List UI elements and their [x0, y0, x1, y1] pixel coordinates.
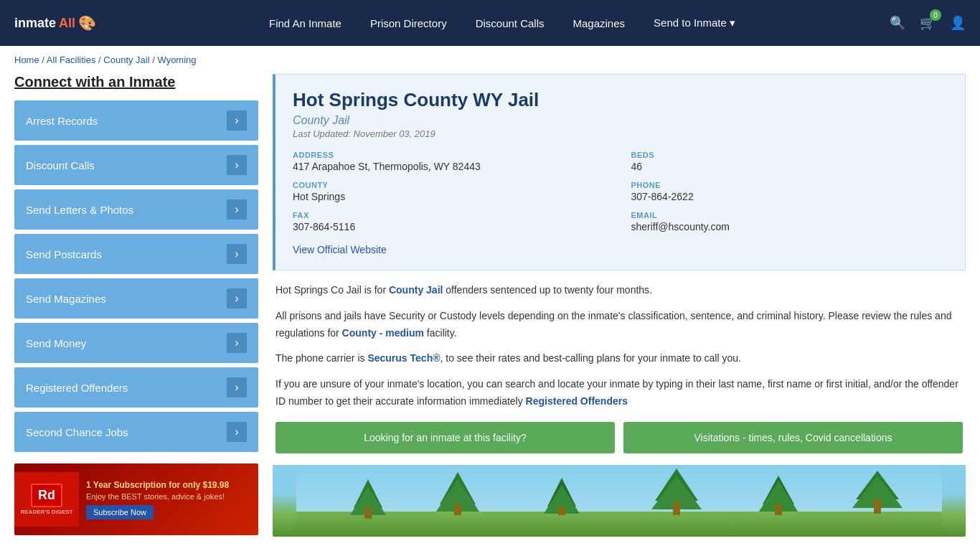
- nav-discount-calls[interactable]: Discount Calls: [476, 17, 545, 29]
- ad-text: 1 Year Subscription for only $19.98 Enjo…: [86, 479, 251, 502]
- facility-name: Hot Springs County WY Jail: [293, 89, 948, 111]
- sidebar-item-send-letters[interactable]: Send Letters & Photos ›: [14, 189, 258, 230]
- sidebar-arrow-send-magazines: ›: [227, 288, 247, 309]
- breadcrumb-all-facilities[interactable]: All Facilities: [47, 55, 96, 65]
- phone-value: 307-864-2622: [631, 191, 948, 202]
- sidebar-label-send-letters: Send Letters & Photos: [26, 204, 133, 216]
- header-icons: 🔍 🛒 0 👤: [890, 15, 966, 31]
- sidebar-arrow-send-postcards: ›: [227, 244, 247, 264]
- logo-all: All: [59, 16, 75, 31]
- svg-rect-4: [364, 508, 372, 519]
- ad-content: 1 Year Subscription for only $19.98 Enjo…: [79, 472, 258, 527]
- email-value: sheriff@hscounty.com: [631, 221, 948, 232]
- action-buttons: Looking for an inmate at this facility? …: [275, 422, 963, 453]
- nav-magazines[interactable]: Magazines: [573, 17, 626, 29]
- facility-card: Hot Springs County WY Jail County Jail L…: [273, 74, 966, 270]
- sidebar-label-discount-calls: Discount Calls: [26, 159, 95, 171]
- facility-fax-block: FAX 307-864-5116: [293, 211, 610, 232]
- sidebar-label-arrest-records: Arrest Records: [26, 115, 98, 127]
- breadcrumb: Home / All Facilities / County Jail / Wy…: [0, 46, 980, 74]
- visitations-button[interactable]: Visitations - times, rules, Covid cancel…: [623, 422, 963, 453]
- svg-rect-16: [775, 504, 782, 515]
- securus-link[interactable]: Securus Tech®: [367, 352, 440, 364]
- nav-send-to-inmate[interactable]: Send to Inmate ▾: [654, 17, 735, 29]
- sidebar-item-discount-calls[interactable]: Discount Calls ›: [14, 145, 258, 185]
- ad-brand: READER'S DIGEST: [20, 509, 72, 515]
- sidebar-label-send-postcards: Send Postcards: [26, 248, 102, 260]
- nav-find-inmate[interactable]: Find An Inmate: [269, 17, 341, 29]
- beds-label: BEDS: [631, 151, 948, 159]
- sidebar-arrow-arrest-records: ›: [227, 110, 247, 131]
- sidebar-arrow-discount-calls: ›: [227, 155, 247, 175]
- county-jail-link-1[interactable]: County Jail: [389, 284, 443, 296]
- email-label: EMAIL: [631, 211, 948, 220]
- desc-paragraph-3: The phone carrier is Securus Tech®, to s…: [275, 350, 963, 367]
- sidebar-arrow-registered-offenders: ›: [227, 377, 247, 397]
- sidebar: Connect with an Inmate Arrest Records › …: [14, 74, 258, 537]
- main-nav: Find An Inmate Prison Directory Discount…: [136, 17, 868, 29]
- facility-content: Hot Springs County WY Jail County Jail L…: [273, 74, 966, 537]
- sidebar-arrow-send-letters: ›: [227, 199, 247, 220]
- fax-label: FAX: [293, 211, 610, 220]
- address-value: 417 Arapahoe St, Thermopolis, WY 82443: [293, 161, 610, 172]
- facility-phone-block: PHONE 307-864-2622: [631, 181, 948, 202]
- breadcrumb-county-jail[interactable]: County Jail: [103, 55, 149, 65]
- facility-info-grid: ADDRESS 417 Arapahoe St, Thermopolis, WY…: [293, 151, 948, 232]
- facility-address-block: ADDRESS 417 Arapahoe St, Thermopolis, WY…: [293, 151, 610, 172]
- sidebar-item-send-money[interactable]: Send Money ›: [14, 323, 258, 363]
- county-value: Hot Springs: [293, 191, 610, 202]
- beds-value: 46: [631, 161, 948, 172]
- sidebar-arrow-second-chance-jobs: ›: [227, 422, 247, 442]
- facility-last-updated: Last Updated: November 03, 2019: [293, 128, 948, 139]
- cart-badge: 0: [930, 9, 941, 21]
- cart-icon[interactable]: 🛒 0: [920, 15, 936, 31]
- svg-rect-19: [874, 499, 881, 514]
- sidebar-item-send-postcards[interactable]: Send Postcards ›: [14, 234, 258, 274]
- logo-inmate: inmate: [14, 16, 56, 31]
- registered-offenders-link[interactable]: Registered Offenders: [526, 395, 628, 407]
- connect-title: Connect with an Inmate: [14, 74, 258, 90]
- sidebar-item-send-magazines[interactable]: Send Magazines ›: [14, 278, 258, 319]
- facility-email-block: EMAIL sheriff@hscounty.com: [631, 211, 948, 232]
- county-medium-link[interactable]: County - medium: [342, 327, 424, 339]
- desc-paragraph-4: If you are unsure of your inmate's locat…: [275, 376, 963, 410]
- sidebar-item-registered-offenders[interactable]: Registered Offenders ›: [14, 367, 258, 408]
- svg-rect-1: [296, 512, 942, 537]
- facility-beds-block: BEDS 46: [631, 151, 948, 172]
- breadcrumb-wyoming[interactable]: Wyoming: [157, 55, 196, 65]
- phone-label: PHONE: [631, 181, 948, 189]
- facility-image: [273, 465, 966, 537]
- main-container: Connect with an Inmate Arrest Records › …: [0, 74, 980, 551]
- facility-county-block: COUNTY Hot Springs: [293, 181, 610, 202]
- view-website-link[interactable]: View Official Website: [293, 244, 387, 255]
- desc-paragraph-1: Hot Springs Co Jail is for County Jail o…: [275, 282, 963, 299]
- svg-rect-7: [454, 504, 461, 515]
- address-label: ADDRESS: [293, 151, 610, 159]
- user-icon[interactable]: 👤: [950, 15, 966, 31]
- desc-paragraph-2: All prisons and jails have Security or C…: [275, 308, 963, 342]
- ad-banner[interactable]: Rd READER'S DIGEST 1 Year Subscription f…: [14, 463, 258, 535]
- nav-prison-directory[interactable]: Prison Directory: [370, 17, 447, 29]
- sidebar-item-arrest-records[interactable]: Arrest Records ›: [14, 100, 258, 141]
- svg-rect-13: [673, 502, 680, 515]
- site-logo[interactable]: inmate All 🎨: [14, 14, 115, 32]
- sidebar-label-registered-offenders: Registered Offenders: [26, 382, 128, 394]
- sidebar-item-second-chance-jobs[interactable]: Second Chance Jobs ›: [14, 412, 258, 452]
- sidebar-label-send-money: Send Money: [26, 337, 86, 349]
- county-label: COUNTY: [293, 181, 610, 189]
- breadcrumb-home[interactable]: Home: [14, 55, 39, 65]
- ad-logo: Rd: [31, 484, 62, 507]
- facility-description: Hot Springs Co Jail is for County Jail o…: [273, 282, 966, 453]
- facility-image-inner: [273, 465, 966, 537]
- sidebar-arrow-send-money: ›: [227, 333, 247, 353]
- logo-icon: 🎨: [78, 14, 96, 32]
- facility-type: County Jail: [293, 114, 948, 127]
- svg-rect-10: [558, 507, 565, 515]
- sidebar-label-second-chance-jobs: Second Chance Jobs: [26, 426, 128, 438]
- search-icon[interactable]: 🔍: [890, 15, 905, 31]
- sidebar-label-send-magazines: Send Magazines: [26, 293, 106, 305]
- ad-subscribe-button[interactable]: Subscribe Now: [86, 505, 154, 519]
- find-inmate-button[interactable]: Looking for an inmate at this facility?: [275, 422, 615, 453]
- fax-value: 307-864-5116: [293, 221, 610, 232]
